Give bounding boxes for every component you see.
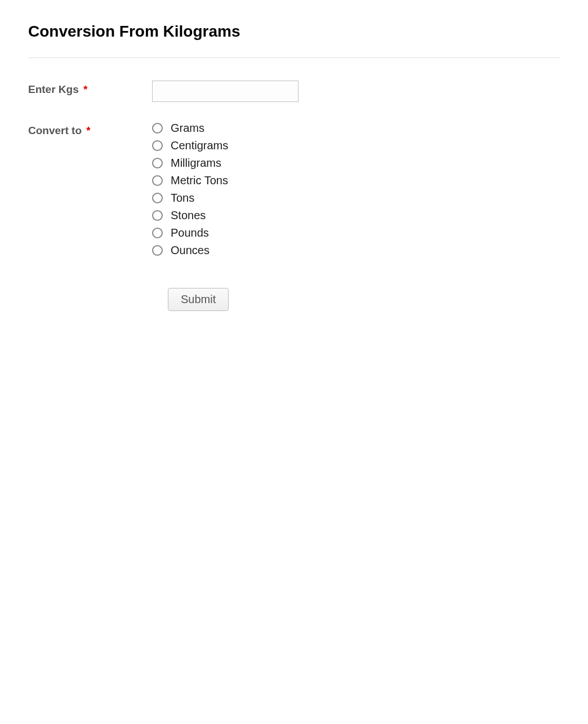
convert-to-label: Convert to [28,125,82,136]
radio-label: Milligrams [171,157,221,170]
radio-item-metric-tons[interactable]: Metric Tons [152,174,560,187]
radio-label: Grams [171,122,204,135]
radio-label: Tons [171,192,194,205]
radio-icon[interactable] [152,245,163,256]
radio-item-centigrams[interactable]: Centigrams [152,139,560,152]
title-divider [28,57,560,58]
enter-kgs-label: Enter Kgs [28,83,79,95]
radio-icon[interactable] [152,158,163,168]
convert-to-control: Grams Centigrams Milligrams Metric Tons … [152,122,560,257]
enter-kgs-row: Enter Kgs * [28,81,560,102]
radio-item-tons[interactable]: Tons [152,192,560,205]
radio-label: Pounds [171,226,209,239]
radio-label: Ounces [171,244,210,257]
submit-button[interactable]: Submit [168,288,229,311]
radio-icon[interactable] [152,210,163,221]
radio-label: Centigrams [171,139,228,152]
radio-icon[interactable] [152,193,163,203]
radio-label: Stones [171,209,206,222]
enter-kgs-label-wrap: Enter Kgs * [28,81,152,96]
radio-icon[interactable] [152,123,163,134]
radio-icon[interactable] [152,175,163,186]
convert-to-label-wrap: Convert to * [28,122,152,137]
convert-to-row: Convert to * Grams Centigrams Milligrams… [28,122,560,257]
radio-item-stones[interactable]: Stones [152,209,560,222]
radio-item-milligrams[interactable]: Milligrams [152,157,560,170]
radio-icon[interactable] [152,228,163,238]
required-asterisk: * [86,125,90,136]
convert-to-radio-list: Grams Centigrams Milligrams Metric Tons … [152,122,560,257]
radio-item-pounds[interactable]: Pounds [152,226,560,239]
radio-icon[interactable] [152,140,163,151]
radio-item-ounces[interactable]: Ounces [152,244,560,257]
enter-kgs-input[interactable] [152,81,299,102]
enter-kgs-control [152,81,560,102]
radio-item-grams[interactable]: Grams [152,122,560,135]
required-asterisk: * [83,83,87,95]
submit-row: Submit [168,288,560,311]
radio-label: Metric Tons [171,174,228,187]
page-title: Conversion From Kilograms [28,23,560,41]
